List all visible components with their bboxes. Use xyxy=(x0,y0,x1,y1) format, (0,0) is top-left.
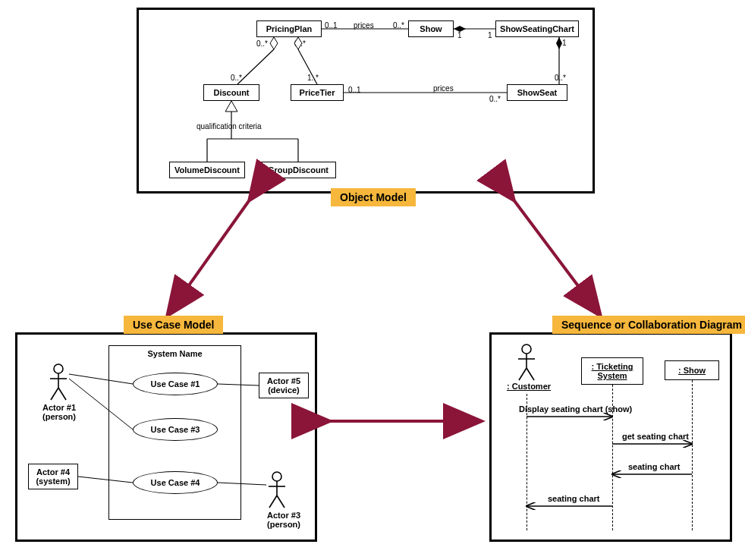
msg1: Display seating chart (show) xyxy=(519,404,632,414)
class-showseat: ShowSeat xyxy=(507,84,567,101)
class-pricingplan: PricingPlan xyxy=(256,20,322,37)
svg-marker-4 xyxy=(556,37,562,49)
svg-line-33 xyxy=(519,368,527,380)
mult-seatingchart-1a: 1 xyxy=(488,31,492,39)
assoc-prices-bot: prices xyxy=(433,84,454,93)
mult-plan-prices-0s: 0..* xyxy=(393,21,404,30)
actor-1-label: Actor #1(person) xyxy=(33,403,86,421)
mult-tier-01: 0..1 xyxy=(348,86,361,94)
svg-line-24 xyxy=(277,496,284,508)
svg-marker-5 xyxy=(270,37,278,49)
actor-3-label: Actor #3(person) xyxy=(257,511,310,529)
svg-point-20 xyxy=(272,472,281,481)
system-name: System Name xyxy=(109,349,240,358)
mult-disc-0s: 0..* xyxy=(231,74,242,82)
msg4: seating chart xyxy=(548,494,599,503)
use-case-label: Use Case Model xyxy=(124,316,223,334)
svg-marker-10 xyxy=(225,101,237,112)
seq-customer-figure xyxy=(516,344,537,382)
actor-4-box: Actor #4(system) xyxy=(28,464,78,489)
object-model-label: Object Model xyxy=(331,188,416,206)
actor-5-box: Actor #5(device) xyxy=(259,373,309,398)
sequence-panel: : Customer : Ticketing System : Show Dis… xyxy=(489,332,732,542)
mult-seatingchart-1b: 1 xyxy=(562,39,567,47)
svg-line-40 xyxy=(168,199,250,314)
dash-show xyxy=(692,380,693,530)
mult-showseat-top: 0..* xyxy=(555,74,566,82)
actor-3-figure xyxy=(266,471,288,509)
seq-label: Sequence or Collaboration Diagram xyxy=(552,316,745,334)
use-case-panel: System Name Use Case #1 Use Case #3 Use … xyxy=(15,332,317,542)
lifeline-show: : Show xyxy=(665,360,719,380)
usecase-3: Use Case #3 xyxy=(133,418,218,441)
note-qual: qualification criteria xyxy=(196,122,262,131)
usecase-4: Use Case #4 xyxy=(133,471,218,494)
mult-show-1: 1 xyxy=(457,31,462,39)
svg-line-7 xyxy=(237,49,274,84)
msg2: get seating chart xyxy=(622,432,689,441)
svg-point-30 xyxy=(522,344,531,354)
actor-1-figure xyxy=(48,363,69,401)
class-discount: Discount xyxy=(203,84,259,101)
msg3: seating chart xyxy=(628,462,680,471)
class-show: Show xyxy=(408,20,454,37)
object-model-panel: PricingPlan Show ShowSeatingChart Discou… xyxy=(137,8,595,193)
class-pricetier: PriceTier xyxy=(291,84,344,101)
lifeline-ticketing: : Ticketing System xyxy=(581,357,643,385)
svg-line-19 xyxy=(58,388,66,400)
svg-line-18 xyxy=(51,388,58,400)
mult-plan-disc-0s1: 0..* xyxy=(256,39,268,48)
svg-line-23 xyxy=(269,496,277,508)
mult-seat-0s: 0..* xyxy=(489,95,501,103)
mult-tier-1s: 1..* xyxy=(307,74,319,82)
class-showseatingchart: ShowSeatingChart xyxy=(495,20,579,37)
svg-line-41 xyxy=(513,199,599,314)
usecase-1: Use Case #1 xyxy=(133,373,218,395)
dash-customer xyxy=(527,394,527,530)
seq-customer-label: : Customer xyxy=(502,382,555,391)
assoc-prices-top: prices xyxy=(354,21,374,30)
class-volumediscount: VolumeDiscount xyxy=(169,162,245,178)
mult-plan-tier-0s1: 0..* xyxy=(294,39,306,48)
mult-plan-prices-01: 0..1 xyxy=(325,21,338,30)
svg-point-15 xyxy=(54,364,63,373)
svg-line-34 xyxy=(527,368,534,380)
class-groupdiscount: GroupDiscount xyxy=(260,162,336,178)
